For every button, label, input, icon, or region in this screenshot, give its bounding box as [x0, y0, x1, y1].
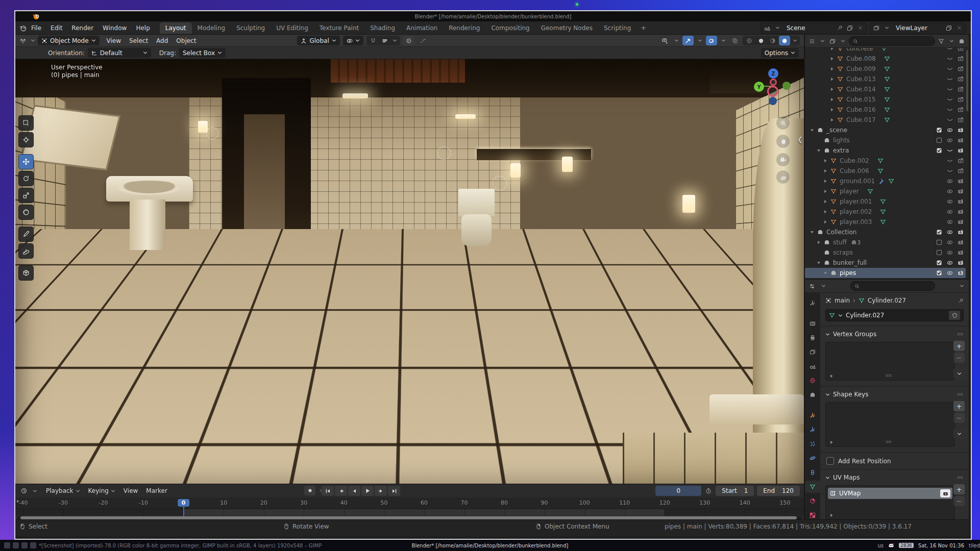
outliner-item-label[interactable]: bunker_full	[833, 259, 867, 266]
render-visibility-toggle[interactable]	[957, 167, 965, 175]
render-visibility-toggle[interactable]	[957, 48, 965, 53]
properties-tab-render[interactable]	[806, 317, 819, 330]
blender-menu-logo-icon[interactable]	[19, 24, 27, 32]
pin-icon[interactable]	[958, 298, 964, 304]
camera-view-button[interactable]	[776, 153, 790, 166]
properties-tab-tool[interactable]	[806, 297, 819, 309]
render-visibility-toggle[interactable]	[957, 55, 965, 63]
expander-closed-icon[interactable]	[828, 48, 836, 53]
outliner-row-Cube.006[interactable]: Cube.006	[805, 166, 966, 176]
hide-eye-toggle[interactable]	[946, 157, 954, 165]
hide-eye-toggle[interactable]	[946, 177, 954, 185]
outliner-scrollbar[interactable]	[966, 50, 968, 111]
transform-orientation-dropdown[interactable]: Global	[297, 36, 339, 45]
gizmo-z-neg-axis[interactable]	[769, 97, 777, 105]
frame-range-fields[interactable]: Start 1	[716, 486, 754, 496]
render-visibility-toggle[interactable]	[957, 85, 965, 93]
tool-transform-button[interactable]	[18, 205, 34, 220]
outliner-row-Cube.009[interactable]: Cube.009	[805, 64, 966, 74]
add-vertex-group-button[interactable]: +	[953, 341, 965, 351]
fake-user-shield-button[interactable]	[949, 311, 960, 320]
outliner-item-label[interactable]: concrete	[846, 48, 873, 52]
chevron-down-icon[interactable]	[825, 332, 830, 337]
vertex-group-specials-menu[interactable]	[953, 368, 965, 379]
hide-eye-toggle[interactable]	[946, 136, 954, 144]
properties-tab-particles[interactable]	[806, 438, 819, 450]
menu-edit[interactable]: Edit	[46, 22, 67, 34]
menu-object[interactable]: Object	[172, 36, 200, 46]
exclude-checkbox[interactable]	[935, 228, 943, 236]
expander-closed-icon[interactable]	[828, 65, 836, 73]
exclude-checkbox[interactable]	[935, 259, 943, 267]
timeline-ruler[interactable]: -40-30-20-100102030405060708090100110120…	[15, 497, 804, 509]
outliner-item-label[interactable]: Cube.017	[846, 116, 876, 123]
taskbar-active-window-title[interactable]: Blender* [/home/amalie/Desktop/blender/b…	[412, 543, 569, 548]
expander-closed-icon[interactable]	[828, 85, 836, 93]
timeline-menu-view[interactable]: View	[119, 486, 142, 496]
shading-solid-button[interactable]	[755, 36, 767, 45]
expander-icon[interactable]	[829, 440, 834, 445]
empty-gizmo-circle[interactable]	[493, 176, 507, 190]
expander-closed-icon[interactable]	[828, 55, 836, 63]
tab-animation[interactable]: Animation	[401, 22, 443, 34]
render-visibility-toggle[interactable]	[957, 269, 965, 277]
proportional-edit-toggle[interactable]	[403, 36, 414, 45]
filter-icon[interactable]	[937, 37, 945, 45]
outliner-row-Cube.015[interactable]: Cube.015	[805, 94, 966, 105]
add-workspace-button[interactable]: +	[636, 23, 650, 33]
tool-cursor-button[interactable]	[18, 132, 34, 147]
tool-move-button[interactable]	[18, 154, 34, 169]
exclude-checkbox[interactable]	[935, 248, 943, 257]
hide-eye-toggle[interactable]	[946, 248, 954, 257]
menu-render[interactable]: Render	[67, 22, 98, 34]
hide-eye-toggle[interactable]	[946, 218, 954, 226]
tool-measure-button[interactable]	[18, 243, 34, 259]
outliner-row-Collection[interactable]: Collection	[805, 227, 966, 237]
expander-closed-icon[interactable]	[828, 116, 836, 124]
viewlayer-name[interactable]: ViewLayer	[893, 24, 943, 32]
render-visibility-toggle[interactable]	[957, 146, 965, 155]
expander-closed-icon[interactable]	[821, 187, 829, 195]
expander-closed-icon[interactable]	[828, 75, 836, 83]
navigation-gizmo[interactable]: Z Y	[754, 67, 793, 106]
3d-viewport[interactable]: User Perspective (0) pipes | main Z Y ❮	[15, 59, 804, 484]
expander-closed-icon[interactable]	[821, 157, 829, 165]
properties-tab-material[interactable]	[806, 495, 819, 507]
outliner-item-label[interactable]: player.001	[840, 198, 872, 205]
exclude-checkbox[interactable]	[935, 146, 943, 155]
end-value[interactable]: 120	[782, 487, 794, 494]
current-frame-field[interactable]: 0	[655, 486, 701, 496]
object-visibility-dropdown[interactable]	[659, 36, 670, 45]
expander-closed-icon[interactable]	[828, 106, 836, 114]
exclude-checkbox[interactable]	[935, 238, 943, 246]
outliner-row-Cube.016[interactable]: Cube.016	[805, 105, 966, 115]
outliner-item-label[interactable]: Cube.016	[846, 106, 876, 113]
outliner-item-label[interactable]: lights	[833, 137, 850, 144]
render-visibility-toggle[interactable]	[957, 126, 965, 134]
tab-rendering[interactable]: Rendering	[443, 22, 485, 34]
mesh-name-field[interactable]: Cylinder.027	[825, 309, 964, 321]
outliner-item-label[interactable]: Cube.009	[846, 65, 876, 72]
render-visibility-toggle[interactable]	[957, 218, 965, 226]
taskbar-gimp-title[interactable]: *[Screenshot] (imported)-78.0 (RGB color…	[39, 543, 322, 548]
tool-scale-button[interactable]	[18, 188, 34, 203]
outliner-item-label[interactable]: Cube.013	[846, 76, 876, 83]
menu-select[interactable]: Select	[125, 36, 152, 46]
window-titlebar[interactable]: Blender* [/home/amalie/Desktop/blender/b…	[15, 11, 971, 21]
expander-closed-icon[interactable]	[821, 208, 829, 216]
orientation-dropdown[interactable]: Default	[88, 48, 151, 58]
tool-select-box-button[interactable]	[18, 115, 34, 131]
uv-render-camera-toggle[interactable]	[940, 489, 950, 497]
transport-jump-start-button[interactable]	[322, 486, 334, 496]
expander-open-icon[interactable]	[815, 146, 823, 155]
tab-texture-paint[interactable]: Texture Paint	[314, 22, 364, 34]
transport-prev-key-button[interactable]	[335, 486, 347, 496]
grip-dots-icon[interactable]	[957, 474, 964, 481]
render-visibility-toggle[interactable]	[957, 177, 965, 185]
gizmo-y-axis[interactable]: Y	[754, 82, 764, 92]
orthographic-toggle-button[interactable]	[776, 170, 790, 184]
outliner-row-lights[interactable]: lights	[805, 135, 966, 145]
hide-eye-toggle[interactable]	[946, 208, 954, 216]
exclude-checkbox[interactable]	[935, 136, 943, 144]
vertex-groups-list[interactable]	[825, 342, 955, 381]
